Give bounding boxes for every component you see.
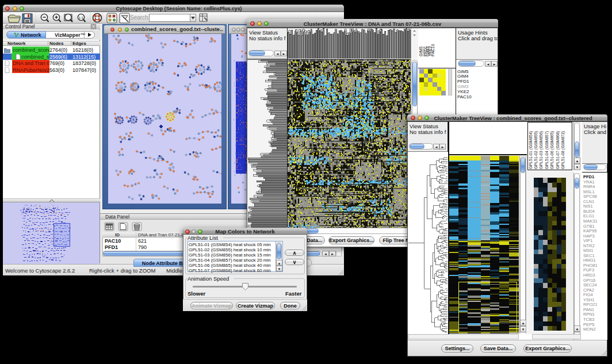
svg-text:1:1: 1:1: [79, 16, 84, 20]
